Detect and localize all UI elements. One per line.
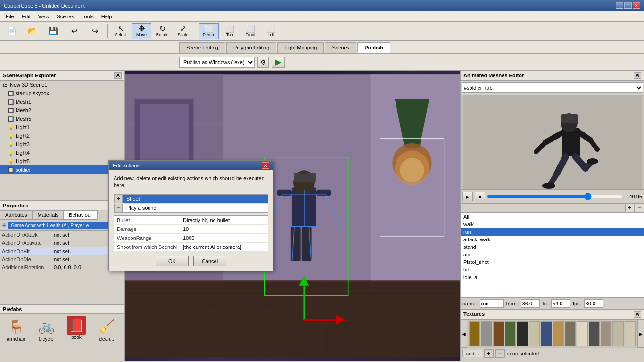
anim-item-all[interactable]: All [461, 213, 644, 221]
dialog-ok-button[interactable]: OK [156, 256, 189, 266]
tree-item-light4[interactable]: 💡 Light4 [0, 148, 124, 157]
anim-item-aim[interactable]: aim [461, 251, 644, 258]
menu-view[interactable]: View [34, 13, 53, 20]
anim-item-walk[interactable]: walk [461, 221, 644, 228]
texture-thumb-12[interactable] [612, 321, 623, 346]
undo-button[interactable]: ↩ [64, 23, 84, 39]
play-button[interactable]: ▶ [462, 192, 473, 201]
texture-thumb-2[interactable] [493, 321, 504, 346]
texture-thumb-6[interactable] [541, 321, 552, 346]
minimize-button[interactable]: ─ [616, 2, 623, 9]
texture-thumb-8[interactable] [565, 321, 576, 346]
persp-view-button[interactable]: ⬜ Persp. [199, 23, 219, 39]
publish-settings-button[interactable]: ⚙ [257, 57, 269, 68]
anim-from-input[interactable] [521, 299, 540, 308]
action-item-shoot[interactable]: Shoot [123, 195, 268, 203]
texture-thumb-4[interactable] [517, 321, 528, 346]
open-button[interactable]: 📂 [23, 23, 42, 39]
tree-item-mesh2[interactable]: 🔲 Mesh2 [0, 106, 124, 115]
publish-target-select[interactable]: Publish as Windows (.exe) [179, 57, 255, 68]
menu-edit[interactable]: Edit [18, 13, 34, 20]
tab-light-mapping[interactable]: Light Mapping [277, 42, 324, 53]
tab-publish[interactable]: Publish [357, 42, 390, 53]
tree-item-soldier[interactable]: 🔲 soldier [0, 165, 124, 174]
texture-remove-icon[interactable]: − [495, 349, 505, 358]
scene-graph-close[interactable]: ✕ [114, 72, 122, 79]
prefab-book[interactable]: 📕 book [62, 316, 91, 342]
anim-item-run[interactable]: run [461, 228, 644, 236]
action-expand-sound[interactable]: − [114, 204, 123, 212]
tree-item-mesh1[interactable]: 🔲 Mesh1 [0, 98, 124, 106]
anim-mesh-dropdown[interactable]: #soldier_rab [462, 82, 643, 93]
close-window-button[interactable]: ✕ [633, 2, 640, 9]
publish-run-button[interactable]: ▶ [272, 57, 285, 68]
front-view-button[interactable]: ⬜ Front [240, 23, 260, 39]
new-button[interactable]: 📄 [2, 23, 22, 39]
select-tool-button[interactable]: ↖ Select [111, 23, 131, 39]
tab-scene-editing[interactable]: Scene Editing [179, 42, 225, 53]
maximize-button[interactable]: □ [624, 2, 632, 9]
tree-item-light3[interactable]: 💡 Light3 [0, 140, 124, 148]
texture-add-icon[interactable]: + [484, 349, 494, 358]
menu-help[interactable]: Help [98, 13, 116, 20]
texture-thumb-10[interactable] [589, 321, 600, 346]
behaviour-item[interactable]: Game Actor with Health (AI, Player, e [8, 222, 116, 229]
add-behaviour-button[interactable]: + [2, 221, 6, 230]
dialog-close-button[interactable]: ✕ [262, 162, 269, 169]
action-expand-shoot[interactable]: + [114, 195, 123, 203]
add-anim-button[interactable]: + [625, 204, 635, 212]
texture-thumb-3[interactable] [505, 321, 516, 346]
anim-item-attack-walk[interactable]: attack_walk [461, 236, 644, 243]
left-view-button[interactable]: ⬜ Left [261, 23, 281, 39]
tree-item-mesh5[interactable]: 🔲 Mesh5 [0, 115, 124, 123]
tab-scenes[interactable]: Scenes [325, 42, 356, 53]
tree-item-light5[interactable]: 💡 Light5 [0, 157, 124, 165]
anim-timeline-slider[interactable] [487, 193, 624, 200]
anim-item-idle-a[interactable]: idle_a [461, 273, 644, 281]
tree-item-scene[interactable]: 🗂 New 3D Scene1 [0, 81, 124, 89]
prop-tab-materials[interactable]: Materials [32, 210, 64, 220]
texture-thumb-13[interactable] [625, 321, 636, 346]
anim-fps-input[interactable] [584, 299, 603, 308]
anim-item-hit[interactable]: hit [461, 266, 644, 273]
texture-thumb-0[interactable] [469, 321, 480, 346]
scale-tool-button[interactable]: ⤢ Scale [173, 23, 193, 39]
menu-tools[interactable]: Tools [78, 13, 98, 20]
action-item-sound[interactable]: Play a sound [123, 204, 268, 212]
remove-anim-button[interactable]: − [635, 204, 644, 212]
texture-thumb-9[interactable] [577, 321, 587, 346]
anim-item-stand[interactable]: stand [461, 243, 644, 251]
anim-editor-close[interactable]: ✕ [634, 72, 641, 79]
anim-item-pistol-shot[interactable]: Pistol_shot [461, 258, 644, 266]
stop-button[interactable]: ■ [475, 192, 485, 201]
save-button[interactable]: 💾 [43, 23, 63, 39]
texture-thumb-11[interactable] [601, 321, 611, 346]
texture-thumb-1[interactable] [481, 321, 492, 346]
prefab-bicycle[interactable]: 🚲 bicycle [32, 316, 60, 342]
menu-scenes[interactable]: Scenes [53, 13, 78, 20]
tree-item-skybox[interactable]: 🔲 startup skybox [0, 89, 124, 98]
rotate-tool-button[interactable]: ↻ Rotate [152, 23, 172, 39]
anim-name-input[interactable] [480, 299, 504, 308]
anim-to-input[interactable] [551, 299, 570, 308]
textures-scroll-right[interactable]: ▶ [637, 320, 644, 348]
prop-tab-behaviour[interactable]: Behaviour [64, 210, 98, 220]
front-label: Front [245, 33, 255, 37]
texture-thumb-5[interactable] [529, 321, 540, 346]
textures-close[interactable]: ✕ [634, 311, 641, 318]
add-texture-button[interactable]: add... [462, 350, 482, 357]
tab-polygon-editing[interactable]: Polygon Editing [226, 42, 276, 53]
textures-scroll-left[interactable]: ◀ [461, 320, 467, 348]
tree-item-light2[interactable]: 💡 Light2 [0, 132, 124, 140]
redo-button[interactable]: ↪ [85, 23, 105, 39]
prop-tab-attributes[interactable]: Attributes [0, 210, 32, 220]
prefab-cleanser[interactable]: 🧹 clean... [92, 316, 121, 342]
prefab-armchair[interactable]: 🪑 armchair [2, 316, 30, 342]
texture-thumb-7[interactable] [553, 321, 564, 346]
dialog-body: Add new, delete or edit existing actions… [109, 170, 273, 271]
move-tool-button[interactable]: ✥ Move [132, 23, 151, 39]
menu-file[interactable]: File [2, 13, 18, 20]
tree-item-light1[interactable]: 💡 Light1 [0, 123, 124, 132]
top-view-button[interactable]: ⬜ Top [220, 23, 239, 39]
dialog-cancel-button[interactable]: Cancel [193, 256, 226, 266]
